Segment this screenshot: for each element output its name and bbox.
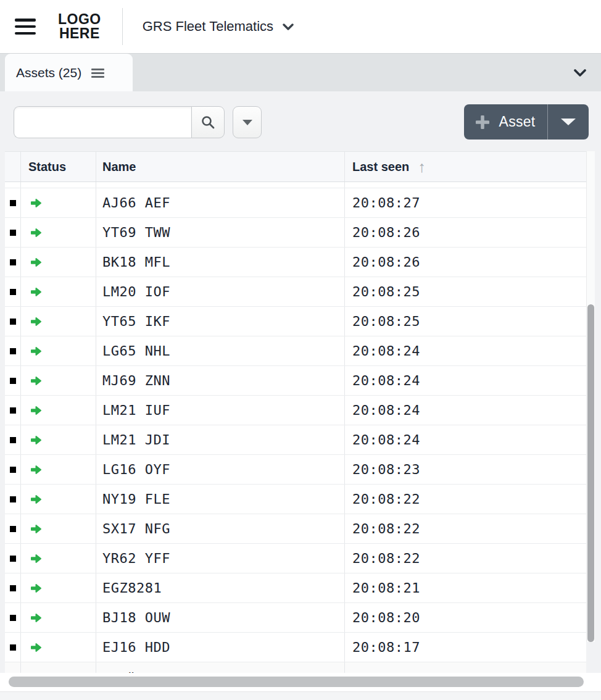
row-status-cell — [20, 485, 96, 514]
row-marker-cell — [5, 188, 20, 217]
row-marker-cell — [5, 633, 20, 662]
row-last-seen-cell: 20:08:25 — [344, 277, 586, 306]
row-last-seen-cell: 20:08:22 — [344, 544, 586, 573]
add-asset-label: Asset — [499, 114, 535, 130]
assets-table: Status Name Last seen ↑ — [5, 151, 586, 673]
search-button[interactable] — [191, 106, 225, 138]
row-name-cell: AJ66 AEF — [96, 188, 344, 217]
green-right-arrow-icon — [30, 346, 42, 357]
green-right-arrow-icon — [30, 286, 42, 298]
table-row[interactable]: LG65 NHL 20:08:24 — [5, 336, 586, 366]
table-row[interactable]: EGZ8281 20:08:21 — [5, 573, 586, 603]
row-marker-cell — [5, 396, 20, 425]
row-last-seen-cell: 20:08:22 — [344, 514, 586, 543]
green-right-arrow-icon — [30, 642, 42, 653]
table-row[interactable]: LM21 IUF 20:08:24 — [5, 396, 586, 425]
row-marker-cell — [5, 573, 20, 602]
black-square-icon — [10, 644, 16, 651]
vertical-scrollbar-thumb[interactable] — [587, 304, 594, 642]
green-right-arrow-icon — [30, 198, 42, 209]
tab-assets[interactable]: Assets (25) — [5, 54, 133, 92]
search-icon — [201, 115, 215, 130]
panel-collapse-chevron-icon[interactable] — [574, 69, 586, 77]
bottom-strip — [0, 691, 601, 700]
vertical-scrollbar[interactable] — [586, 151, 595, 642]
row-name-cell: MJ69 ZNN — [96, 366, 344, 395]
add-asset-button[interactable]: Asset — [464, 104, 547, 140]
app-window: LOGO HERE GRS Fleet Telematics Assets (2… — [0, 0, 601, 700]
green-right-arrow-icon — [30, 523, 42, 535]
row-last-seen-cell: 20:08:21 — [344, 573, 586, 602]
black-square-icon — [10, 467, 16, 473]
black-square-icon — [10, 496, 16, 502]
row-status-cell — [20, 218, 96, 247]
header-marker-column — [5, 152, 20, 181]
row-last-seen-cell: 20:08:27 — [344, 188, 586, 217]
row-name-cell: YT65 IKF — [96, 307, 344, 336]
plus-icon — [476, 115, 489, 129]
column-header-last-seen[interactable]: Last seen ↑ — [344, 152, 586, 181]
green-right-arrow-icon — [30, 375, 42, 386]
row-marker-cell — [5, 248, 20, 277]
row-name-cell: LM20 IOF — [96, 277, 344, 306]
row-name-cell: BK18 MFL — [96, 248, 344, 277]
row-name-cell: NY19 FLE — [96, 485, 344, 514]
row-marker-cell — [5, 425, 20, 454]
table-row[interactable]: AJ66 AEF 20:08:27 — [5, 188, 586, 218]
black-square-icon — [10, 200, 16, 206]
row-marker-cell — [5, 485, 20, 514]
table-row[interactable]: YR62 YFF 20:08:22 — [5, 544, 586, 573]
add-asset-split-button: Asset — [464, 104, 589, 140]
black-square-icon — [10, 378, 16, 384]
triangle-down-icon — [242, 120, 252, 125]
table-row[interactable]: LM20 IOF 20:08:25 — [5, 277, 586, 307]
row-last-seen-cell: 20:08:24 — [344, 366, 586, 395]
row-marker-cell — [5, 603, 20, 632]
assets-panel: Asset Status Name Last seen ↑ — [0, 91, 601, 700]
table-row[interactable]: SX17 NFG 20:08:22 — [5, 514, 586, 544]
app-title: GRS Fleet Telematics — [143, 19, 273, 35]
row-name-cell: BJ18 OUW — [96, 603, 344, 632]
black-square-icon — [10, 437, 16, 443]
row-status-cell — [20, 307, 96, 336]
row-status-cell — [20, 455, 96, 484]
table-row[interactable]: BJ18 OUW 20:08:20 — [5, 603, 586, 633]
tab-menu-icon[interactable] — [91, 69, 104, 78]
horizontal-scrollbar[interactable] — [0, 673, 601, 691]
table-row[interactable]: YT69 TWW 20:08:26 — [5, 218, 586, 248]
table-row[interactable]: EJ16 HDD 20:08:17 — [5, 633, 586, 662]
row-last-seen-cell: 20:08:24 — [344, 396, 586, 425]
search-options-dropdown[interactable] — [233, 106, 262, 138]
add-asset-dropdown[interactable] — [548, 104, 589, 140]
row-name-cell: LG65 NHL — [96, 336, 344, 365]
horizontal-scrollbar-thumb[interactable] — [9, 677, 584, 687]
row-last-seen-cell: 20:08:20 — [344, 603, 586, 632]
logo-line2: HERE — [58, 27, 101, 41]
column-header-status[interactable]: Status — [20, 152, 96, 181]
table-row[interactable]: MJ69 ZNN 20:08:24 — [5, 366, 586, 396]
row-status-cell — [20, 336, 96, 365]
row-marker-cell — [5, 514, 20, 543]
column-header-last-seen-label: Last seen — [352, 160, 409, 174]
row-last-seen-cell: 20:08:24 — [344, 336, 586, 365]
hamburger-menu-icon[interactable] — [15, 19, 36, 35]
table-row-loading: Loading — [5, 662, 586, 673]
table-row[interactable]: BK18 MFL 20:08:26 — [5, 248, 586, 277]
green-right-arrow-icon — [30, 553, 42, 564]
table-row[interactable]: LG16 OYF 20:08:23 — [5, 455, 586, 485]
table-row[interactable]: NY19 FLE 20:08:22 — [5, 485, 586, 514]
row-last-seen-cell: 20:08:25 — [344, 307, 586, 336]
row-name-cell: YR62 YFF — [96, 544, 344, 573]
table-row[interactable]: YT65 IKF 20:08:25 — [5, 307, 586, 336]
app-title-dropdown[interactable]: GRS Fleet Telematics — [143, 19, 294, 35]
green-right-arrow-icon — [30, 612, 42, 623]
row-name-cell: EGZ8281 — [96, 573, 344, 602]
row-marker-cell — [5, 455, 20, 484]
black-square-icon — [10, 319, 16, 325]
row-status-cell — [20, 277, 96, 306]
search-input[interactable] — [14, 106, 191, 138]
row-status-cell — [20, 366, 96, 395]
column-header-name[interactable]: Name — [96, 152, 344, 181]
table-row[interactable]: LM21 JDI 20:08:24 — [5, 425, 586, 455]
header-divider — [122, 8, 123, 45]
